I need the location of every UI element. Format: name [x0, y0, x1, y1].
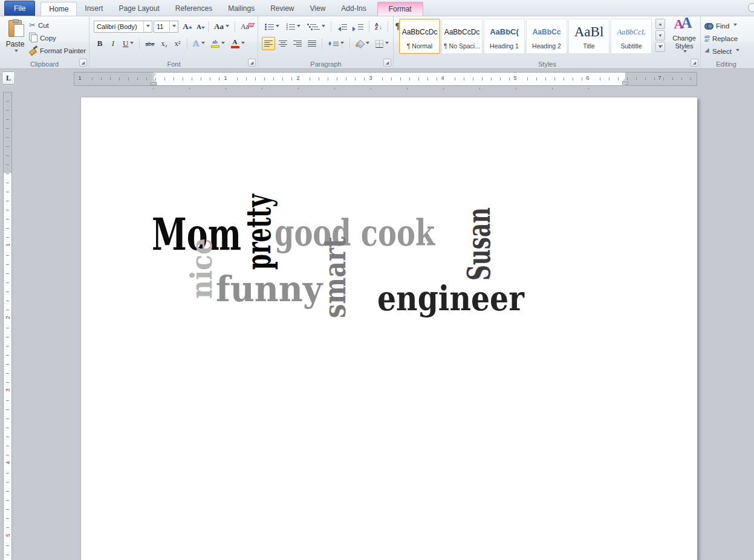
style-subtitle[interactable]: AaBbCcL Subtitle: [611, 19, 652, 54]
style-sample: AaBbCcDc: [400, 23, 440, 41]
tab-review[interactable]: Review: [262, 2, 302, 16]
ruler-number: 7: [656, 75, 663, 81]
subscript-button[interactable]: x₂: [158, 37, 171, 50]
font-size-combo[interactable]: 11: [154, 21, 178, 33]
clear-formatting-button[interactable]: Aa: [238, 20, 256, 33]
copy-button[interactable]: Copy: [28, 31, 87, 44]
sort-icon: AZ ↓: [375, 23, 382, 30]
style-sample: AaBbC(: [484, 23, 524, 41]
font-size-dropdown[interactable]: [169, 21, 178, 32]
style-normal[interactable]: AaBbCcDc ¶ Normal: [399, 19, 440, 54]
tab-add-ins[interactable]: Add-Ins: [333, 2, 374, 16]
shading-bucket-icon: [356, 40, 364, 47]
style-label: Heading 2: [527, 42, 567, 50]
styles-dialog-launcher[interactable]: ◢: [691, 59, 698, 67]
italic-button[interactable]: I: [107, 37, 119, 50]
style-title[interactable]: AaBl Title: [568, 19, 609, 54]
paste-button[interactable]: Paste: [2, 18, 28, 62]
cloud-word-pretty: pretty: [238, 194, 278, 270]
style-sample: AaBbCc: [527, 23, 567, 41]
bullets-button[interactable]: [262, 20, 282, 33]
superscript-button[interactable]: x²: [172, 37, 184, 50]
tab-mailings[interactable]: Mailings: [220, 2, 262, 16]
vruler-ticks: [6, 93, 9, 559]
borders-button[interactable]: [373, 37, 391, 50]
styles-gallery-scroll-down[interactable]: ▼: [655, 30, 665, 41]
clipboard-dialog-launcher[interactable]: ◢: [79, 59, 87, 67]
tab-home[interactable]: Home: [41, 2, 77, 16]
document-page[interactable]: Mom pretty good cook nice funny smart Su…: [80, 97, 697, 560]
text-effects-button[interactable]: A: [190, 37, 207, 50]
ruler-number: 4: [5, 460, 11, 466]
shrink-font-button[interactable]: A: [193, 20, 205, 33]
ruler-number: 3: [367, 75, 374, 81]
style-label: ¶ Normal: [400, 42, 440, 50]
tab-insert[interactable]: Insert: [77, 2, 111, 16]
justify-button[interactable]: [305, 37, 319, 50]
replace-button[interactable]: abac Replace: [703, 32, 741, 45]
change-styles-label: Change Styles: [671, 34, 698, 50]
first-line-indent-marker[interactable]: [151, 73, 157, 77]
style-heading-2[interactable]: AaBbCc Heading 2: [526, 19, 567, 54]
line-spacing-button[interactable]: ▲▼: [325, 37, 346, 50]
paragraph-dialog-launcher[interactable]: ◢: [383, 59, 391, 67]
editing-group-label: Editing: [701, 60, 752, 68]
horizontal-ruler[interactable]: 1 1 2 3 4 5 6 7: [74, 72, 697, 86]
left-indent-marker[interactable]: [151, 82, 157, 85]
align-right-icon: [293, 41, 302, 47]
sort-button[interactable]: AZ ↓: [372, 20, 385, 33]
font-color-button[interactable]: A: [229, 37, 247, 50]
font-color-icon: A: [231, 39, 239, 48]
bold-button[interactable]: B: [94, 37, 106, 50]
tab-page-layout[interactable]: Page Layout: [111, 2, 167, 16]
ruler-number: 2: [294, 75, 302, 81]
vertical-ruler[interactable]: 1 2 3 4 5: [3, 92, 12, 560]
tab-stop-selector[interactable]: L: [2, 71, 15, 85]
copy-icon: [31, 34, 37, 42]
align-left-button[interactable]: [262, 37, 275, 50]
hanging-indent-marker[interactable]: [151, 78, 157, 82]
style-no-spacing[interactable]: AaBbCcDc ¶ No Spaci...: [441, 19, 483, 54]
change-styles-button[interactable]: AA Change Styles: [670, 18, 698, 62]
underline-button[interactable]: U: [120, 37, 136, 50]
cut-label: Cut: [38, 22, 49, 29]
numbering-button[interactable]: [283, 20, 303, 33]
bold-icon: B: [97, 39, 103, 48]
cut-button[interactable]: ✂ Cut: [28, 19, 87, 31]
ruler-number: 1: [5, 242, 11, 249]
word-cloud-image[interactable]: Mom pretty good cook nice funny smart Su…: [81, 97, 698, 560]
underline-icon: U: [123, 39, 128, 48]
decrease-indent-button[interactable]: [334, 20, 349, 33]
tab-format-contextual[interactable]: Format: [377, 2, 423, 16]
paste-label: Paste: [6, 40, 25, 48]
align-right-button[interactable]: [291, 37, 304, 50]
group-styles: AaBbCcDc ¶ Normal AaBbCcDc ¶ No Spaci...…: [394, 16, 701, 68]
font-name-combo[interactable]: Calibri (Body): [94, 21, 152, 33]
style-heading-1[interactable]: AaBbC( Heading 1: [484, 19, 525, 54]
tab-references[interactable]: References: [167, 2, 220, 16]
shading-button[interactable]: [353, 37, 372, 50]
styles-gallery-scroll-up[interactable]: ▲: [655, 19, 665, 29]
styles-gallery-more-button[interactable]: ▼: [655, 42, 665, 52]
tab-file[interactable]: File: [4, 1, 35, 16]
highlight-color-button[interactable]: ab: [209, 37, 227, 50]
grow-font-button[interactable]: A: [180, 20, 192, 33]
strikethrough-button[interactable]: abe: [143, 37, 157, 50]
font-dialog-launcher[interactable]: ◢: [248, 59, 256, 67]
tab-view[interactable]: View: [302, 2, 334, 16]
font-name-dropdown[interactable]: [143, 21, 152, 32]
increase-indent-button[interactable]: [351, 20, 366, 33]
select-button[interactable]: Select: [703, 45, 741, 57]
align-center-button[interactable]: [276, 37, 290, 50]
multilevel-list-button[interactable]: [304, 20, 328, 33]
help-button-partial[interactable]: [748, 3, 754, 12]
left-indent-markers[interactable]: [151, 73, 157, 85]
right-indent-marker[interactable]: [622, 78, 629, 85]
change-case-button[interactable]: Aa: [212, 20, 232, 33]
ruler-number: 6: [584, 75, 591, 81]
find-button[interactable]: Find: [703, 19, 741, 32]
format-painter-button[interactable]: Format Painter: [28, 44, 87, 57]
ruler-number: 1: [76, 75, 83, 81]
ribbon: Paste ✂ Cut Copy Format Painter Clipboar…: [0, 16, 754, 69]
scissors-icon: ✂: [29, 21, 36, 29]
